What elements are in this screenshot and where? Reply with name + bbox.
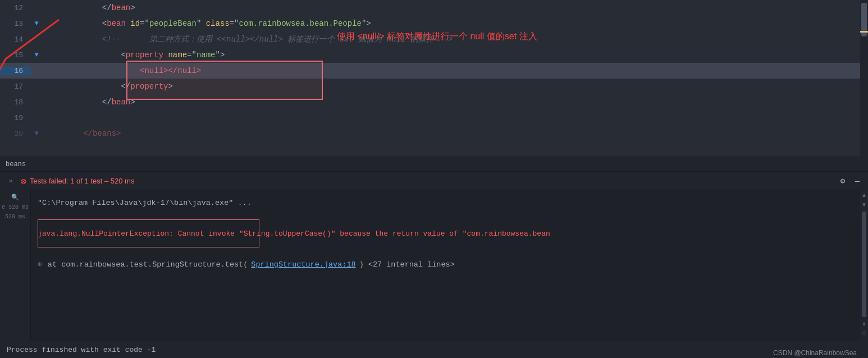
exception-message: java.lang.NullPointerException: Cannot i…: [38, 230, 550, 238]
bottom-toolbar: » ⊗ Tests failed: 1 of 1 test – 520 ms ⚙…: [0, 172, 868, 190]
console-scrollbar[interactable]: ▲ ▼ ⇅ ≡ 🖨 🗑: [860, 190, 868, 358]
test-failed-badge: ⊗ Tests failed: 1 of 1 test – 520 ms: [20, 177, 134, 186]
scroll-filter-icon[interactable]: ≡: [862, 329, 866, 338]
expand-icon[interactable]: ⊕: [38, 260, 42, 269]
fold-arrow-13[interactable]: ▼: [34, 20, 38, 27]
console-cmd-text: "C:\Program Files\Java\jdk-17\bin\java.e…: [38, 199, 252, 207]
console-scrollbar-thumb[interactable]: [862, 212, 866, 317]
minimize-icon[interactable]: —: [851, 175, 864, 187]
breadcrumb-bar: beans: [0, 157, 860, 171]
scroll-marker-1: [860, 31, 868, 33]
settings-icon[interactable]: ⚙: [837, 175, 849, 187]
stack-link[interactable]: SpringStructure.java:18: [251, 260, 355, 269]
stack-prefix: at com.rainbowsea.test.SpringStructure.t…: [48, 260, 248, 269]
fold-arrow-20[interactable]: ▼: [34, 130, 38, 137]
time-label-3: 520 ms: [5, 213, 25, 221]
console-area: "C:\Program Files\Java\jdk-17\bin\java.e…: [31, 190, 860, 358]
editor-scrollbar[interactable]: [860, 0, 868, 171]
toolbar-icons: ⚙ —: [837, 175, 864, 187]
scroll-sort-icon[interactable]: ⇅: [862, 319, 866, 328]
bottom-panel: » ⊗ Tests failed: 1 of 1 test – 520 ms ⚙…: [0, 171, 868, 358]
error-circle-icon: ⊗: [20, 177, 27, 186]
watermark: CSDN @ChinaRainbowSea: [773, 349, 857, 357]
line-number-14: 14: [0, 35, 31, 44]
line-number-20: 20: [0, 130, 31, 138]
scroll-down-arrow[interactable]: ▼: [862, 201, 866, 209]
editor-area: 12 </bean> 13 ▼ <bean id="peopleBean" cl…: [0, 0, 868, 171]
console-cmd-line: "C:\Program Files\Java\jdk-17\bin\java.e…: [38, 195, 853, 210]
collapse-icon[interactable]: »: [4, 175, 17, 187]
line-number-17: 17: [0, 82, 31, 91]
gutter-13: ▼: [31, 20, 42, 27]
search-icon[interactable]: 🔍: [11, 194, 19, 201]
line-number-15: 15: [0, 51, 31, 59]
time-label-2: e 520 ms: [2, 203, 29, 212]
left-sidebar-times: 🔍 e 520 ms 520 ms: [0, 190, 31, 358]
line-number-12: 12: [0, 4, 31, 12]
code-line-18: 18 </bean>: [0, 94, 868, 110]
code-lines: 12 </bean> 13 ▼ <bean id="peopleBean" cl…: [0, 0, 868, 141]
toolbar-left: » ⊗ Tests failed: 1 of 1 test – 520 ms: [4, 175, 134, 187]
line-number-18: 18: [0, 98, 31, 107]
gutter-15: ▼: [31, 51, 42, 59]
fold-arrow-15[interactable]: ▼: [34, 51, 38, 59]
exception-box: java.lang.NullPointerException: Cannot i…: [38, 219, 853, 247]
line-number-19: 19: [0, 114, 31, 122]
stack-suffix: ) <27 internal lines>: [359, 260, 455, 269]
process-finished-text: Process finished with exit code -1: [7, 346, 156, 354]
scroll-up-arrow[interactable]: ▲: [862, 191, 866, 200]
exception-text: java.lang.NullPointerException: Cannot i…: [38, 219, 853, 247]
breadcrumb-text: beans: [6, 160, 26, 168]
code-content-20: </beans>: [42, 120, 868, 147]
line-number-16: 16: [0, 67, 31, 75]
line-number-13: 13: [0, 20, 31, 28]
code-line-20: 20 ▼ </beans>: [0, 126, 868, 141]
gutter-20: ▼: [31, 130, 42, 137]
process-line: Process finished with exit code -1: [0, 341, 868, 358]
stack-trace-line: ⊕ at com.rainbowsea.test.SpringStructure…: [38, 255, 853, 273]
test-failed-text: Tests failed: 1 of 1 test – 520 ms: [30, 177, 134, 185]
bottom-content: 🔍 e 520 ms 520 ms "C:\Program Files\Java…: [0, 190, 868, 358]
time-label-1: 🔍: [11, 192, 19, 202]
